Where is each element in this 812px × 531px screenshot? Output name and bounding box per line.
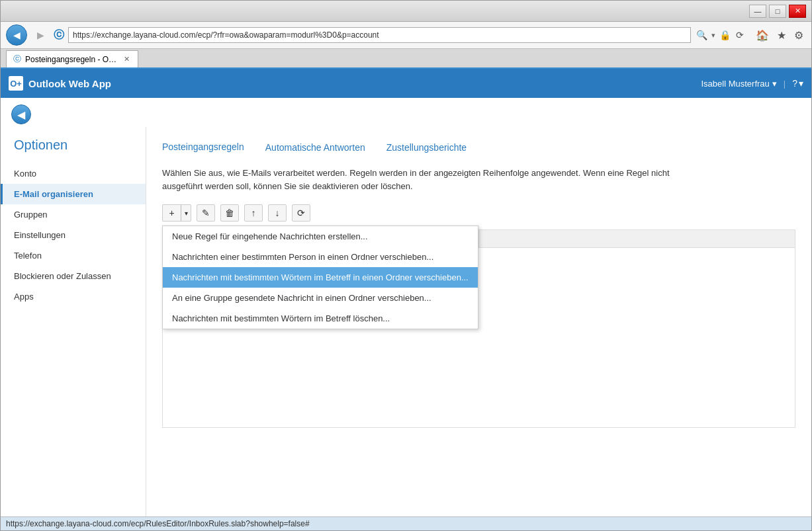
- dropdown-item-gruppe-ordner[interactable]: An eine Gruppe gesendete Nachricht in ei…: [163, 288, 478, 308]
- edit-icon: ✎: [202, 208, 210, 218]
- tab-zustellungsberichte[interactable]: Zustellungsberichte: [376, 138, 477, 157]
- refresh-icon: ⟳: [297, 208, 305, 218]
- description-text: Wählen Sie aus, wie E-Mails verarbeitet …: [162, 167, 692, 192]
- owa-app-name: Outlook Web App: [28, 78, 111, 89]
- sidebar-item-konto[interactable]: Konto: [1, 163, 146, 184]
- browser-icons: 🏠 ★ ⚙: [753, 28, 806, 43]
- user-menu-button[interactable]: Isabell Musterfrau ▾: [701, 79, 776, 89]
- inner-content: ◀ Optionen Konto E-Mail organisieren Gru…: [1, 98, 811, 516]
- favorites-icon[interactable]: ★: [774, 28, 789, 43]
- search-icon[interactable]: 🔍: [695, 28, 709, 42]
- down-icon: ↓: [275, 208, 280, 218]
- add-dropdown-button[interactable]: ▾: [181, 204, 191, 222]
- dropdown-item-neue-regel[interactable]: Neue Regel für eingehende Nachrichten er…: [163, 226, 478, 247]
- tab-close-button[interactable]: ✕: [122, 55, 131, 63]
- add-dropdown-menu: Neue Regel für eingehende Nachrichten er…: [162, 225, 478, 329]
- window-controls: — □ ✕: [749, 5, 806, 18]
- user-name-label: Isabell Musterfrau: [701, 79, 769, 89]
- main-layout: Optionen Konto E-Mail organisieren Grupp…: [1, 127, 811, 516]
- settings-icon[interactable]: ⚙: [791, 28, 806, 43]
- address-input[interactable]: [68, 27, 691, 43]
- status-url: https://exchange.layana-cloud.com/ecp/Ru…: [6, 519, 310, 528]
- dropdown-item-woerter-betreff-ordner[interactable]: Nachrichten mit bestimmten Wörtern im Be…: [163, 267, 478, 288]
- owa-user-area: Isabell Musterfrau ▾ | ? ▾: [701, 78, 803, 89]
- browser-window: — □ ✕ ◀ ▶ ⓒ 🔍 ▾ 🔒 ⟳ 🏠 ★ ⚙ ⓒ Posteingangs…: [0, 0, 812, 531]
- sidebar-item-einstellungen[interactable]: Einstellungen: [1, 225, 146, 245]
- logo-letters: O+: [10, 79, 22, 89]
- browser-tab[interactable]: ⓒ Posteingangsregeln - Outlo... ✕: [6, 50, 138, 67]
- rules-col-extra: [479, 230, 795, 247]
- tab-posteingangsregeln[interactable]: Posteingangsregeln: [162, 138, 255, 157]
- add-rule-button[interactable]: +: [162, 204, 181, 222]
- tab-automatische-antworten[interactable]: Automatische Antworten: [255, 138, 376, 157]
- sidebar-item-gruppen[interactable]: Gruppen: [1, 204, 146, 225]
- address-icons: 🔍 ▾ 🔒 ⟳: [695, 28, 745, 42]
- user-dropdown-icon: ▾: [772, 79, 777, 89]
- status-bar: https://exchange.layana-cloud.com/ecp/Ru…: [1, 516, 811, 530]
- title-bar: — □ ✕: [1, 1, 811, 22]
- add-button-group: + ▾: [162, 204, 191, 222]
- back-btn-area: ◀: [1, 98, 811, 127]
- move-up-button[interactable]: ↑: [244, 204, 263, 222]
- up-icon: ↑: [251, 208, 256, 218]
- tab-bar: ⓒ Posteingangsregeln - Outlo... ✕: [1, 49, 811, 69]
- app-content: ◀ Optionen Konto E-Mail organisieren Gru…: [1, 98, 811, 516]
- lock-icon: 🔒: [718, 28, 732, 42]
- add-icon: +: [169, 208, 174, 218]
- help-dropdown-icon: ▾: [799, 78, 803, 89]
- maximize-button[interactable]: □: [769, 5, 786, 18]
- owa-logo: O+ Outlook Web App: [9, 76, 111, 91]
- help-button[interactable]: ? ▾: [792, 78, 803, 89]
- back-button[interactable]: ◀: [6, 24, 27, 46]
- delete-rule-button[interactable]: 🗑: [220, 204, 239, 222]
- rules-toolbar: + ▾ ✎ 🗑 ↑: [162, 202, 795, 224]
- edit-rule-button[interactable]: ✎: [197, 204, 215, 222]
- sidebar-title: Optionen: [1, 134, 146, 163]
- dropdown-item-person-ordner[interactable]: Nachrichten einer bestimmten Person in e…: [163, 247, 478, 267]
- ie-logo-icon: ⓒ: [54, 28, 64, 42]
- add-dropdown-icon: ▾: [185, 210, 188, 217]
- panel-tabs: Posteingangsregeln Automatische Antworte…: [162, 138, 795, 157]
- close-button[interactable]: ✕: [789, 5, 806, 18]
- sidebar-item-blockieren-zulassen[interactable]: Blockieren oder Zulassen: [1, 266, 146, 286]
- back-circle-button[interactable]: ◀: [11, 104, 31, 124]
- address-bar: ◀ ▶ ⓒ 🔍 ▾ 🔒 ⟳ 🏠 ★ ⚙: [1, 22, 811, 49]
- sidebar-item-email-organisieren[interactable]: E-Mail organisieren: [1, 184, 146, 204]
- sidebar-item-telefon[interactable]: Telefon: [1, 245, 146, 266]
- tab-title: Posteingangsregeln - Outlo...: [25, 55, 118, 64]
- delete-icon: 🗑: [225, 208, 234, 218]
- refresh-rules-button[interactable]: ⟳: [292, 204, 310, 222]
- sidebar: Optionen Konto E-Mail organisieren Grupp…: [1, 127, 146, 516]
- owa-logo-icon: O+: [9, 76, 23, 91]
- main-panel: Posteingangsregeln Automatische Antworte…: [146, 127, 811, 516]
- owa-header: O+ Outlook Web App Isabell Musterfrau ▾ …: [1, 69, 811, 98]
- home-icon[interactable]: 🏠: [753, 28, 772, 43]
- sidebar-item-apps[interactable]: Apps: [1, 286, 146, 307]
- forward-button[interactable]: ▶: [31, 27, 50, 43]
- dropdown-item-woerter-loeschen[interactable]: Nachrichten mit bestimmten Wörtern im Be…: [163, 308, 478, 329]
- move-down-button[interactable]: ↓: [268, 204, 287, 222]
- help-label: ?: [792, 78, 797, 89]
- refresh-icon[interactable]: ⟳: [735, 28, 745, 42]
- tab-favicon-icon: ⓒ: [13, 54, 21, 65]
- minimize-button[interactable]: —: [749, 5, 766, 18]
